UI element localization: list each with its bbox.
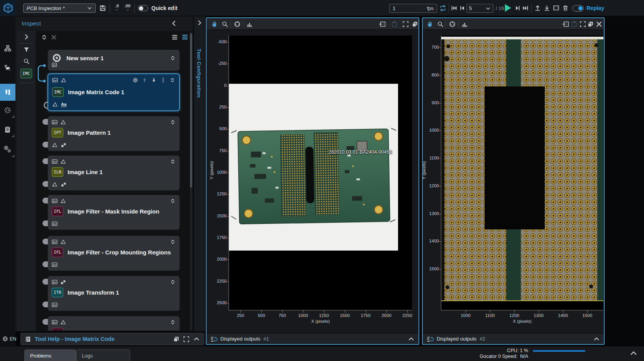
output-port[interactable] xyxy=(42,261,48,267)
tool-label: Image Pattern 1 xyxy=(68,129,111,136)
zoom-icon[interactable] xyxy=(437,21,444,27)
replay-toggle[interactable] xyxy=(572,5,584,12)
stack-windows-icon[interactable] xyxy=(412,21,418,27)
input-port[interactable] xyxy=(42,319,48,325)
expand-card-icon[interactable] xyxy=(170,279,176,285)
input-port[interactable] xyxy=(42,198,48,203)
stack-windows-icon[interactable] xyxy=(587,21,594,27)
tool-card[interactable]: ITR Image Transform 1 xyxy=(47,276,180,311)
fit-region-icon[interactable] xyxy=(379,21,386,27)
play-icon[interactable] xyxy=(504,3,512,12)
skip-end-icon[interactable] xyxy=(522,5,529,11)
tool-card[interactable]: IFL Image Filter - Crop Mounting Regions xyxy=(47,236,180,271)
tool-card[interactable]: IFL Image Filter - Mask Inside Region xyxy=(47,195,180,230)
tool-card[interactable]: IPT Image Pattern 1 xyxy=(47,116,180,151)
input-port[interactable] xyxy=(42,119,48,125)
recipes-clipboard-icon[interactable] xyxy=(4,126,11,133)
expand-statusbar-icon[interactable] xyxy=(629,349,638,358)
expand-card-icon[interactable] xyxy=(170,119,176,125)
skip-start-icon[interactable] xyxy=(451,5,457,11)
app-logo-icon[interactable] xyxy=(0,0,16,16)
output-port[interactable] xyxy=(42,142,48,147)
collapse-help-icon[interactable] xyxy=(193,336,200,342)
run-settings-icon[interactable] xyxy=(132,77,138,83)
image-plot-1[interactable]: 282010.03.01-BA2404-00453 Y (pixels) X (… xyxy=(229,36,412,310)
filter-tool-badge[interactable]: IMC xyxy=(20,69,32,78)
fit-view-icon[interactable] xyxy=(571,21,578,27)
move-up-icon[interactable] xyxy=(142,77,147,83)
camera-icon xyxy=(52,53,62,63)
tool-help-bar[interactable]: Tool Help - Image Matrix Code xyxy=(20,333,204,345)
fullscreen-icon[interactable] xyxy=(402,21,409,27)
save-icon[interactable] xyxy=(99,5,106,12)
collapse-panel-icon[interactable] xyxy=(170,20,178,27)
aperture-icon[interactable] xyxy=(449,21,456,27)
output-port[interactable] xyxy=(44,102,47,109)
collapse-outputs-icon[interactable] xyxy=(593,336,600,342)
fit-region-icon[interactable] xyxy=(563,21,569,27)
decimal-increase-icon[interactable]: .00→ xyxy=(123,4,132,11)
input-port[interactable] xyxy=(42,158,48,164)
expand-card-icon[interactable] xyxy=(170,198,176,204)
text-tool-icon: Aa xyxy=(61,102,66,107)
output-port[interactable] xyxy=(42,302,48,307)
output-port[interactable] xyxy=(42,220,48,226)
expand-card-icon[interactable] xyxy=(170,159,176,164)
language-selector[interactable]: EN xyxy=(2,336,16,342)
sensor-setup-icon[interactable] xyxy=(4,64,11,71)
tab-logs[interactable]: Logs xyxy=(76,349,130,361)
tool-card[interactable]: New sensor 1 xyxy=(47,49,180,71)
filmstrip-icon[interactable] xyxy=(553,5,559,11)
input-port[interactable] xyxy=(42,239,48,244)
sidebar-item-inspect[interactable] xyxy=(0,84,15,101)
tab-tool-configuration[interactable]: Tool Configuration xyxy=(196,49,202,98)
scrollbar-thumb[interactable] xyxy=(190,33,192,188)
filter-icon[interactable] xyxy=(23,46,30,53)
vision-circle-icon[interactable] xyxy=(4,107,11,114)
expand-card-icon[interactable] xyxy=(170,239,176,245)
popout-icon[interactable] xyxy=(173,336,180,342)
step-forward-icon[interactable] xyxy=(515,5,521,11)
decimal-decrease-icon[interactable]: .0← xyxy=(113,4,121,11)
expand-card-icon[interactable] xyxy=(170,319,176,325)
search-icon[interactable] xyxy=(23,58,30,64)
tool-card[interactable]: IMC Image Matrix Code 1 Aa xyxy=(47,73,180,111)
expand-config-icon[interactable] xyxy=(196,19,203,26)
download-icon[interactable] xyxy=(544,5,550,11)
expand-tools-icon[interactable] xyxy=(23,33,30,41)
upload-icon[interactable] xyxy=(534,5,541,11)
displayed-outputs-bar[interactable]: Displayed outputs #2 xyxy=(423,333,604,344)
fit-view-icon[interactable] xyxy=(391,21,398,27)
project-selector[interactable]: PCB Inspection * xyxy=(23,3,96,13)
trash-icon[interactable] xyxy=(562,5,569,11)
fps-input[interactable]: 1 fps xyxy=(389,4,437,13)
network-icon[interactable] xyxy=(4,45,11,52)
loop-icon[interactable] xyxy=(439,5,446,12)
close-icon[interactable] xyxy=(596,21,602,27)
tool-card[interactable]: ILN Image Line 1 xyxy=(47,155,180,191)
zoom-icon[interactable] xyxy=(222,21,228,27)
input-port[interactable] xyxy=(42,279,48,285)
expand-card-icon[interactable] xyxy=(169,77,175,83)
tab-problems[interactable]: Problems xyxy=(24,349,76,361)
histogram-icon[interactable] xyxy=(246,21,253,27)
fullscreen-icon[interactable] xyxy=(580,21,586,27)
output-port[interactable] xyxy=(42,181,48,187)
expand-card-icon[interactable] xyxy=(170,55,176,61)
step-back-icon[interactable] xyxy=(459,5,465,11)
pan-hand-icon[interactable] xyxy=(427,20,434,27)
settings-gears-icon[interactable] xyxy=(3,145,11,153)
frame-selector[interactable]: 5 xyxy=(466,4,493,13)
tool-configuration-strip[interactable]: Tool Configuration xyxy=(194,16,205,331)
displayed-outputs-bar[interactable]: Displayed outputs #1 xyxy=(207,333,419,344)
more-menu-icon[interactable] xyxy=(160,77,166,83)
fullscreen-icon[interactable] xyxy=(183,336,190,342)
collapse-outputs-icon[interactable] xyxy=(408,336,415,342)
image-plot-2[interactable]: Y (pixels) X (pixels) 700800900100011001… xyxy=(441,36,603,310)
tool-card[interactable] xyxy=(47,316,180,330)
aperture-icon[interactable] xyxy=(234,21,241,27)
move-down-icon[interactable] xyxy=(151,77,157,83)
quick-edit-toggle[interactable] xyxy=(138,5,148,11)
pan-hand-icon[interactable] xyxy=(211,20,218,27)
histogram-icon[interactable] xyxy=(461,21,468,27)
